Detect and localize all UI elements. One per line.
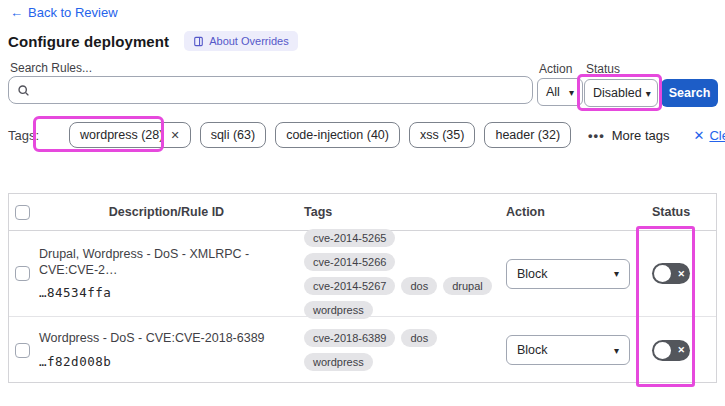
tag-pill: cve-2018-6389 — [304, 329, 395, 347]
back-arrow-icon: ← — [10, 5, 23, 20]
clear-tags-button[interactable]: ✕ Clear tags — [694, 128, 725, 143]
back-link-label: Back to Review — [28, 5, 118, 20]
row-checkbox[interactable] — [15, 343, 30, 358]
chevron-down-icon: ▾ — [614, 345, 619, 356]
rule-tags: cve-2018-6389 dos wordpress — [304, 317, 506, 383]
chevron-down-icon: ▾ — [569, 87, 574, 98]
column-header-status: Status — [646, 194, 716, 230]
action-select-value: Block — [517, 267, 548, 281]
book-icon — [193, 36, 204, 47]
rule-id: …84534ffa — [39, 285, 294, 300]
tag-chip-xss[interactable]: xss (35) — [409, 122, 475, 148]
column-header-tags: Tags — [304, 194, 506, 230]
page-title: Configure deployment — [8, 33, 169, 50]
tags-filter-bar: Tags: wordpress (28) ✕ sqli (63) code-in… — [8, 122, 720, 148]
action-filter-dropdown[interactable]: All ▾ — [537, 78, 583, 106]
table-row: Drupal, Wordpress - DoS - XMLRPC - CVE:C… — [9, 231, 716, 317]
more-tags-label: More tags — [612, 128, 670, 143]
configure-deployment-page: ← Back to Review Configure deployment Ab… — [0, 0, 725, 406]
row-checkbox[interactable] — [15, 266, 30, 281]
table-header-row: Description/Rule ID Tags Action Status — [9, 194, 716, 231]
status-filter-value: Disabled — [593, 86, 642, 100]
remove-tag-icon[interactable]: ✕ — [170, 129, 179, 142]
more-tags-button[interactable]: ••• More tags — [588, 128, 669, 143]
tag-chip-header[interactable]: header (32) — [484, 122, 571, 148]
toggle-off-icon: ✕ — [677, 269, 685, 278]
tags-label: Tags: — [8, 128, 39, 143]
action-select-value: Block — [517, 343, 548, 357]
about-overrides-badge[interactable]: About Overrides — [184, 31, 297, 51]
rules-table: Description/Rule ID Tags Action Status D… — [8, 193, 717, 383]
tag-pill: wordpress — [304, 353, 373, 371]
column-header-action: Action — [506, 194, 646, 230]
toggle-off-icon: ✕ — [677, 346, 685, 355]
action-filter-value: All — [546, 85, 560, 99]
status-toggle[interactable]: ✕ — [652, 263, 690, 284]
clear-x-icon: ✕ — [694, 128, 705, 143]
toggle-knob — [654, 342, 671, 359]
search-rules-label: Search Rules... — [10, 61, 92, 75]
action-select[interactable]: Block ▾ — [506, 259, 630, 289]
tag-pill: dos — [401, 277, 437, 295]
search-rules-inputbox[interactable] — [8, 76, 533, 104]
action-filter-label: Action — [539, 62, 572, 76]
tag-pill: wordpress — [304, 301, 373, 319]
column-header-description: Description/Rule ID — [109, 205, 224, 219]
chevron-down-icon: ▾ — [614, 268, 619, 279]
action-select[interactable]: Block ▾ — [506, 335, 630, 365]
tag-chip-label: wordpress (28) — [80, 128, 163, 142]
search-button[interactable]: Search — [661, 79, 718, 107]
status-filter-dropdown[interactable]: Disabled ▾ — [584, 79, 658, 107]
tag-pill: drupal — [443, 277, 492, 295]
rule-id: …f82d008b — [39, 354, 294, 369]
rule-description: Drupal, Wordpress - DoS - XMLRPC - CVE:C… — [39, 247, 294, 278]
search-icon — [17, 84, 30, 97]
about-overrides-label: About Overrides — [209, 35, 288, 47]
tag-chip-wordpress-selected[interactable]: wordpress (28) ✕ — [69, 122, 191, 148]
tag-pill: dos — [401, 329, 437, 347]
clear-tags-label: Clear tags — [709, 128, 725, 143]
rule-tags: cve-2014-5265 cve-2014-5266 cve-2014-526… — [304, 231, 506, 316]
tag-pill: cve-2014-5265 — [304, 229, 395, 247]
status-filter-label: Status — [586, 62, 620, 76]
chevron-down-icon: ▾ — [646, 88, 651, 99]
table-row: Wordpress - DoS - CVE:CVE-2018-6389 …f82… — [9, 317, 716, 383]
tag-pill: cve-2014-5267 — [304, 277, 395, 295]
status-toggle[interactable]: ✕ — [652, 340, 690, 361]
ellipsis-icon: ••• — [588, 128, 605, 143]
tag-chip-sqli[interactable]: sqli (63) — [200, 122, 266, 148]
search-rules-input[interactable] — [36, 83, 524, 98]
select-all-checkbox[interactable] — [15, 205, 30, 220]
back-to-review-link[interactable]: ← Back to Review — [10, 5, 118, 20]
tag-chip-code-injection[interactable]: code-injection (40) — [275, 122, 400, 148]
toggle-knob — [654, 265, 671, 282]
rule-description: Wordpress - DoS - CVE:CVE-2018-6389 — [39, 331, 294, 347]
tag-pill: cve-2014-5266 — [304, 253, 395, 271]
title-row: Configure deployment About Overrides — [8, 31, 298, 51]
